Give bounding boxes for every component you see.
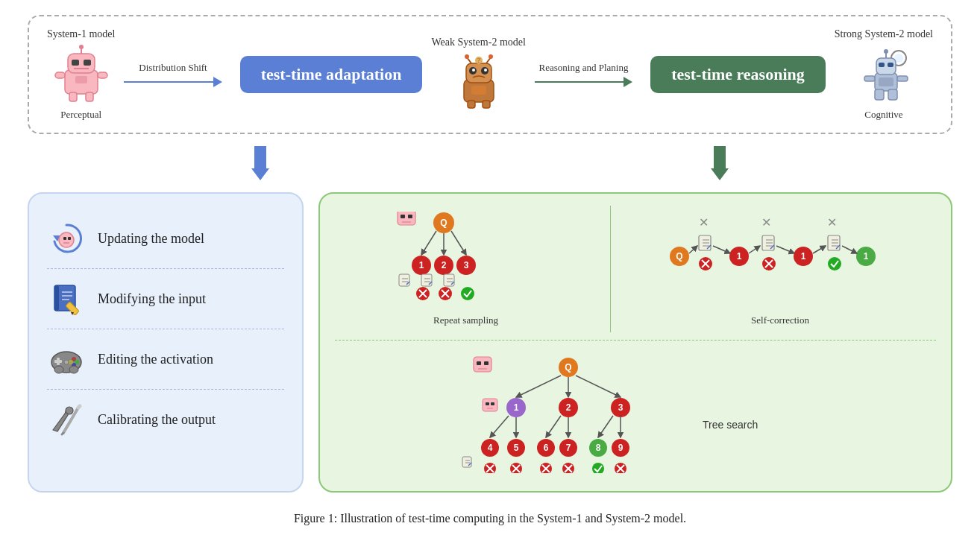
updating-model-text: Updating the model <box>98 231 204 247</box>
strong-system2-group: Strong System-2 model <box>835 28 933 121</box>
svg-rect-140 <box>474 357 491 372</box>
svg-rect-141 <box>477 361 481 365</box>
svg-point-100 <box>461 287 474 300</box>
blue-down-arrow-wrapper <box>72 146 448 180</box>
svg-point-60 <box>54 366 63 373</box>
svg-rect-151 <box>491 402 494 405</box>
svg-rect-5 <box>84 60 91 66</box>
svg-text:5: 5 <box>514 443 519 453</box>
reasoning-section: test-time reasoning <box>650 56 826 93</box>
system1-robot-icon <box>51 45 111 104</box>
robot-cycle-icon <box>47 219 86 258</box>
svg-line-133 <box>813 246 826 253</box>
right-top-row: Q 1 2 3 <box>335 206 936 341</box>
reasoning-arrow-box <box>535 77 632 87</box>
left-item-updating: Updating the model <box>47 209 284 269</box>
weak-robot-icon: ? <box>449 53 509 113</box>
svg-rect-25 <box>468 101 475 108</box>
bottom-section: Updating the model <box>28 192 952 493</box>
green-arrow-head <box>711 168 729 180</box>
self-correction-graph: Q <box>665 212 896 308</box>
blue-arrow-shaft <box>254 146 266 168</box>
svg-text:1: 1 <box>737 251 742 262</box>
svg-line-66 <box>62 433 63 434</box>
svg-text:8: 8 <box>596 443 601 453</box>
svg-text:3: 3 <box>618 402 624 413</box>
modifying-input-text: Modifying the input <box>98 291 206 307</box>
svg-text:2: 2 <box>566 402 571 413</box>
svg-text:Q: Q <box>440 218 447 228</box>
editing-activation-text: Editing the activation <box>98 352 213 367</box>
strong-robot-icon <box>854 45 914 104</box>
wrench-screwdriver-svg <box>47 400 86 439</box>
blue-down-arrow <box>249 146 271 180</box>
reasoning-arrow-head <box>624 77 632 87</box>
svg-point-62 <box>64 360 69 364</box>
svg-rect-68 <box>401 215 405 218</box>
shift-horiz-arrow <box>124 77 222 87</box>
reasoning-horiz-arrow <box>535 77 632 87</box>
blue-arrow-head <box>251 168 269 180</box>
shift-label: Distribution Shift <box>139 62 207 74</box>
svg-rect-7 <box>55 72 65 78</box>
svg-rect-9 <box>69 92 77 101</box>
svg-rect-38 <box>888 89 897 100</box>
strong-sublabel: Cognitive <box>864 109 902 121</box>
shift-arrow-box <box>124 77 222 87</box>
svg-rect-89 <box>421 274 432 286</box>
svg-rect-8 <box>98 72 107 78</box>
wrench-screwdriver-icon <box>47 400 86 439</box>
svg-line-146 <box>516 376 561 397</box>
svg-rect-69 <box>408 215 412 218</box>
reasoning-label: Reasoning and Planing <box>539 62 629 74</box>
svg-point-23 <box>489 54 493 59</box>
gamepad-svg <box>47 340 86 379</box>
svg-rect-149 <box>483 399 497 411</box>
svg-rect-35 <box>888 63 893 67</box>
svg-text:1: 1 <box>418 260 424 270</box>
svg-text:1: 1 <box>801 251 806 262</box>
svg-line-126 <box>776 246 794 253</box>
svg-text:7: 7 <box>566 443 571 453</box>
notebook-pen-icon <box>47 279 86 318</box>
svg-point-3 <box>79 45 84 49</box>
figure-caption: Figure 1: Illustration of test-time comp… <box>28 512 952 525</box>
left-item-modifying: Modifying the input <box>47 269 284 329</box>
self-correction-label: Self-correction <box>751 314 809 326</box>
repeat-sampling-section: Q 1 2 3 <box>335 206 597 332</box>
svg-text:3: 3 <box>463 260 468 270</box>
svg-rect-55 <box>57 358 60 365</box>
svg-line-65 <box>78 406 80 408</box>
svg-line-148 <box>576 376 621 397</box>
repeat-sampling-label: Repeat sampling <box>433 314 498 326</box>
svg-rect-177 <box>462 457 471 467</box>
svg-point-18 <box>472 69 475 72</box>
svg-rect-44 <box>68 237 71 240</box>
svg-point-61 <box>69 366 78 373</box>
gamepad-icon <box>47 340 86 379</box>
system1-group: System-1 model <box>47 28 115 121</box>
svg-line-75 <box>451 231 466 255</box>
svg-line-123 <box>749 246 760 253</box>
svg-line-171 <box>598 416 613 437</box>
tree-search-graph: Q 1 <box>419 354 852 473</box>
robot-cycle-svg <box>47 219 86 258</box>
left-item-calibrating: Calibrating the output <box>47 390 284 449</box>
svg-rect-40 <box>897 76 908 81</box>
svg-text:Q: Q <box>565 362 571 373</box>
svg-rect-26 <box>483 101 490 108</box>
system1-label: System-1 model <box>47 28 115 40</box>
svg-point-132 <box>828 257 841 270</box>
left-panel: Updating the model <box>28 192 304 493</box>
svg-text:Q: Q <box>676 251 682 262</box>
svg-line-159 <box>490 416 509 437</box>
svg-text:✕: ✕ <box>761 216 771 229</box>
svg-point-33 <box>884 49 888 54</box>
svg-line-73 <box>421 231 436 255</box>
svg-text:9: 9 <box>618 443 624 453</box>
shift-arrow-head <box>213 77 222 87</box>
svg-text:2: 2 <box>441 260 446 270</box>
green-arrow-shaft <box>714 146 726 168</box>
svg-text:4: 4 <box>488 443 493 453</box>
repeat-sampling-graph: Q 1 2 3 <box>384 212 548 308</box>
